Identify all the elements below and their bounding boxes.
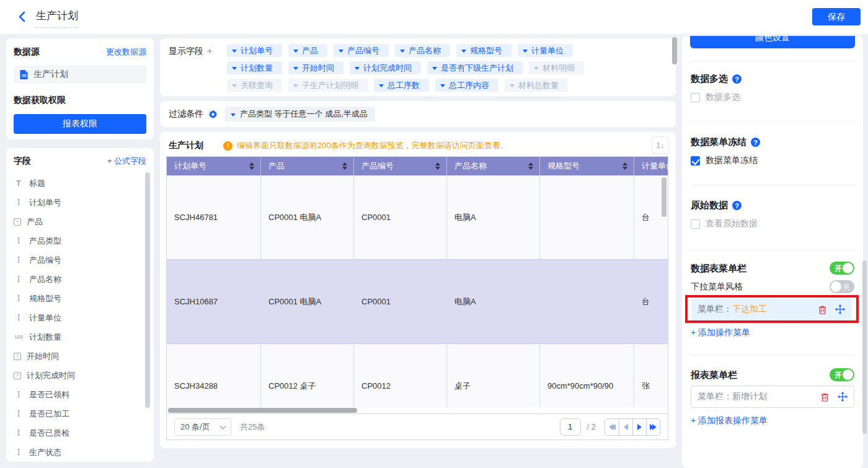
chevron-down-icon xyxy=(461,50,466,53)
column-header[interactable]: 计量单位 xyxy=(634,157,668,175)
datasource-item[interactable]: 生产计划 xyxy=(14,65,146,84)
multi-select-checkbox-row[interactable]: 数据多选 xyxy=(691,92,854,103)
field-item[interactable]: I是否已领料 xyxy=(14,385,146,404)
display-field-chip[interactable]: 开始时间 xyxy=(288,61,343,74)
multi-select-title: 数据多选? xyxy=(691,73,854,85)
raw-data-checkbox-row[interactable]: 查看原始数据 xyxy=(691,218,854,229)
field-item[interactable]: I计划单号 xyxy=(14,193,146,212)
column-header[interactable]: 产品编号 xyxy=(354,157,447,175)
display-field-chip[interactable]: 计划单号 xyxy=(227,44,282,57)
display-field-chip[interactable]: 计量单位 xyxy=(518,44,573,57)
table-row[interactable]: SCJH10687CP0001 电脑ACP0001电脑A台 xyxy=(167,260,668,344)
sort-icon[interactable] xyxy=(342,162,347,170)
report-menu-item[interactable]: 菜单栏：新增计划 xyxy=(691,386,854,408)
gear-icon[interactable] xyxy=(208,110,218,119)
table-menu-item[interactable]: 菜单栏： 下达加工 xyxy=(691,298,851,320)
display-field-chip[interactable]: 关联查询 xyxy=(227,79,282,92)
last-page-button[interactable] xyxy=(646,419,660,435)
field-item[interactable]: 7开始时间 xyxy=(14,347,146,366)
column-header[interactable]: 计划单号 xyxy=(167,157,261,175)
field-item[interactable]: I计量单位 xyxy=(14,308,146,327)
dropdown-style-toggle[interactable]: 关 xyxy=(830,280,854,293)
field-item[interactable]: ˅产品 xyxy=(14,212,146,231)
field-item[interactable]: T标题 xyxy=(14,174,146,193)
sort-icon[interactable] xyxy=(622,162,627,170)
first-page-button[interactable] xyxy=(605,419,619,435)
dropdown-style-row: 下拉菜单风格 关 xyxy=(691,281,854,293)
field-item[interactable]: I产品名称 xyxy=(14,270,146,289)
add-display-field-icon[interactable]: + xyxy=(207,46,212,56)
add-report-menu-link[interactable]: + 添加报表操作菜单 xyxy=(691,415,854,426)
display-field-chip[interactable]: 材料总数量 xyxy=(505,79,568,92)
table-row[interactable]: SCJH34288CP0012 桌子CP0012桌子90cm*90cm*90/9… xyxy=(167,344,668,407)
divider xyxy=(691,355,854,356)
sort-icon[interactable] xyxy=(249,162,254,170)
color-settings-button[interactable]: 颜色设置 xyxy=(690,36,855,48)
formula-field-link[interactable]: + 公式字段 xyxy=(107,156,146,167)
display-field-chip[interactable]: 材料明细 xyxy=(529,61,584,74)
column-header[interactable]: 产品 xyxy=(261,157,354,175)
fields-title: 字段 xyxy=(14,156,31,167)
field-item[interactable]: I是否已加工 xyxy=(14,404,146,423)
table-cell: SCJH46781 xyxy=(167,175,261,259)
table-vertical-scrollbar[interactable] xyxy=(662,177,666,217)
help-icon[interactable]: ? xyxy=(732,201,742,210)
chevron-down-icon xyxy=(232,67,237,70)
field-item[interactable]: I生产状态 xyxy=(14,443,146,462)
display-field-chip[interactable]: 产品编号 xyxy=(334,44,389,57)
table-menu-toggle[interactable]: 开 xyxy=(830,262,854,275)
trash-icon[interactable] xyxy=(820,392,830,402)
column-header[interactable]: 产品名称 xyxy=(447,157,540,175)
save-button[interactable]: 保存 xyxy=(812,8,861,25)
display-field-chip[interactable]: 计划完成时间 xyxy=(350,61,421,74)
field-label: 标题 xyxy=(29,178,45,189)
change-datasource-link[interactable]: 更改数据源 xyxy=(106,46,146,58)
trash-icon[interactable] xyxy=(818,305,827,314)
field-item[interactable]: 7计划完成时间 xyxy=(14,366,146,385)
report-permission-button[interactable]: 报表权限 xyxy=(14,114,146,134)
sort-icon[interactable] xyxy=(528,162,533,170)
fields-scrollbar[interactable] xyxy=(145,172,150,408)
filter-condition-chip[interactable]: 产品类型 等于任意一个 成品,半成品 xyxy=(225,107,375,121)
table-cell: CP0001 xyxy=(354,260,447,343)
display-field-chip[interactable]: 规格型号 xyxy=(456,44,512,57)
move-icon[interactable] xyxy=(835,304,845,314)
checkbox-checked[interactable] xyxy=(691,156,700,166)
field-item[interactable]: 123计划数量 xyxy=(14,327,146,347)
display-field-chip[interactable]: 计划数量 xyxy=(227,61,282,74)
display-field-chip[interactable]: 产品名称 xyxy=(395,44,450,57)
report-menu-toggle[interactable]: 开 xyxy=(830,368,854,381)
settings-panel: 颜色设置 数据多选? 数据多选 数据菜单冻结? 数据菜单冻结 原始数据? 查看原… xyxy=(682,36,863,468)
page-size-select[interactable]: 20 条/页 xyxy=(174,418,231,436)
field-item[interactable]: I产品编号 xyxy=(14,250,146,270)
prev-page-button[interactable] xyxy=(619,419,632,435)
sort-tool-button[interactable]: 1↓ xyxy=(652,136,669,154)
menu-freeze-checkbox-row[interactable]: 数据菜单冻结 xyxy=(691,155,854,166)
table-horizontal-scrollbar[interactable] xyxy=(168,408,357,413)
help-icon[interactable]: ? xyxy=(751,138,760,147)
next-page-button[interactable] xyxy=(632,419,646,435)
field-label: 产品名称 xyxy=(29,274,61,285)
sort-icon[interactable] xyxy=(435,162,440,170)
panel-scrollbar[interactable] xyxy=(672,37,677,64)
preview-warning: !编辑界面只取数据源前200条作为查询数据预览，完整数据请访问页面查看。 xyxy=(223,140,508,151)
add-menu-link[interactable]: + 添加操作菜单 xyxy=(691,327,854,338)
display-field-chip[interactable]: 是否有下级生产计划 xyxy=(427,61,523,74)
move-icon[interactable] xyxy=(838,392,848,402)
field-item[interactable]: I是否已质检 xyxy=(14,423,146,443)
column-header[interactable]: 规格型号 xyxy=(540,157,634,175)
display-field-chip[interactable]: 产品 xyxy=(288,44,327,57)
field-item[interactable]: I产品类型 xyxy=(14,231,146,250)
settings-scrollbar[interactable] xyxy=(862,260,867,434)
checkbox-unchecked[interactable] xyxy=(691,93,700,102)
back-icon[interactable] xyxy=(16,11,29,23)
page-number-input[interactable]: 1 xyxy=(560,418,581,436)
table-row[interactable]: SCJH46781CP0001 电脑ACP0001电脑A台 xyxy=(167,175,668,260)
text-field-icon: I xyxy=(14,198,24,208)
checkbox-unchecked[interactable] xyxy=(691,219,700,229)
display-field-chip[interactable]: 子生产计划明细 xyxy=(288,79,368,92)
help-icon[interactable]: ? xyxy=(732,74,742,84)
field-item[interactable]: I规格型号 xyxy=(14,289,146,308)
display-field-chip[interactable]: 总工序内容 xyxy=(435,79,498,92)
display-field-chip[interactable]: 总工序数 xyxy=(374,79,429,92)
